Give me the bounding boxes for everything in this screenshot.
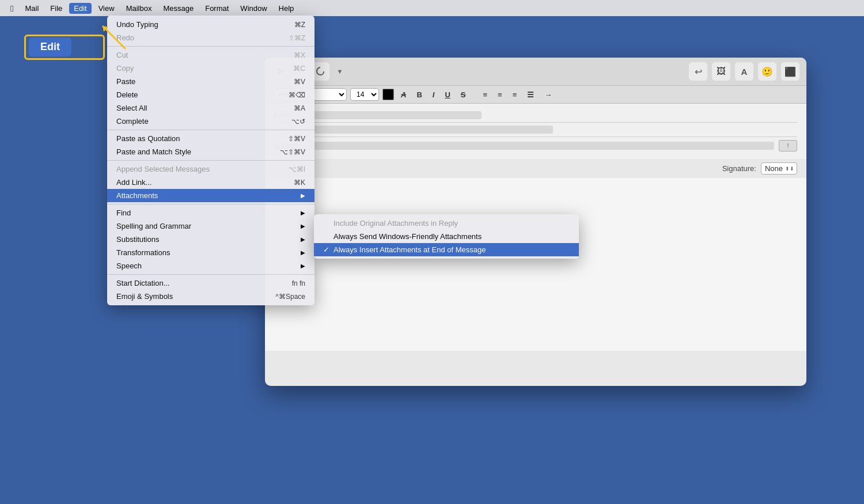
from-value[interactable]: [309, 111, 482, 119]
menu-redo[interactable]: Redo ⇧⌘Z: [107, 31, 314, 44]
signature-selector[interactable]: None ⬆⬇: [761, 162, 797, 175]
compose-toolbar: ▼ ▼ ↩ 🖼 A 🙂 ⬛: [265, 58, 806, 86]
emoji-button[interactable]: 🙂: [758, 62, 776, 81]
menu-delete[interactable]: Delete ⌘⌫: [107, 88, 314, 101]
submenu-include-original[interactable]: Include Original Attachments in Reply: [314, 217, 579, 230]
submenu-always-insert-end[interactable]: ✓ Always Insert Attachments at End of Me…: [314, 243, 579, 256]
menu-paste[interactable]: Paste ⌘V: [107, 75, 314, 88]
menubar:  Mail File Edit View Mailbox Message Fo…: [0, 0, 864, 16]
signature-row: Signature: None ⬆⬇: [265, 159, 806, 178]
strikethrough-button[interactable]: S: [457, 89, 469, 100]
edit-annotation-label: Edit: [29, 37, 71, 56]
format-bar: Arial 14 A B I U S ≡ ≡ ≡ ☰ →: [265, 86, 806, 104]
align-center-button[interactable]: ≡: [494, 89, 506, 100]
list-button[interactable]: ☰: [524, 89, 537, 100]
menubar-mailbox[interactable]: Mailbox: [122, 3, 157, 14]
attach-options-button[interactable]: ▼: [334, 62, 346, 81]
menubar-mail[interactable]: Mail: [20, 3, 43, 14]
subject-value[interactable]: [309, 142, 774, 150]
to-field-row: [274, 123, 797, 137]
menu-undo-typing[interactable]: Undo Typing ⌘Z: [107, 18, 314, 31]
signature-dropdown-icon: ⬆⬇: [785, 166, 794, 172]
color-picker[interactable]: [382, 89, 394, 100]
from-field-row: From:: [274, 108, 797, 123]
to-value[interactable]: [309, 126, 553, 134]
separator-3: [107, 160, 314, 161]
menu-paste-quotation[interactable]: Paste as Quotation ⇧⌘V: [107, 132, 314, 145]
menu-paste-match-style[interactable]: Paste and Match Style ⌥⇧⌘V: [107, 145, 314, 158]
reply-button[interactable]: ↩: [689, 62, 707, 81]
submenu-arrow-substitutions: ▶: [301, 236, 305, 242]
submenu-arrow-attachments: ▶: [301, 192, 305, 199]
subject-field-row: Subject: !: [274, 137, 797, 154]
menubar-edit[interactable]: Edit: [69, 3, 91, 14]
separator-5: [107, 274, 314, 275]
menu-complete[interactable]: Complete ⌥↺: [107, 115, 314, 128]
italic-button[interactable]: I: [429, 89, 438, 100]
menu-emoji-symbols[interactable]: Emoji & Symbols ^⌘Space: [107, 290, 314, 303]
menu-cut[interactable]: Cut ⌘X: [107, 48, 314, 62]
menubar-help[interactable]: Help: [274, 3, 299, 14]
menu-start-dictation[interactable]: Start Dictation... fn fn: [107, 276, 314, 290]
clear-format-button[interactable]: A: [397, 89, 410, 100]
menu-attachments[interactable]: Attachments ▶: [107, 189, 314, 202]
menu-copy[interactable]: Copy ⌘C: [107, 62, 314, 75]
menu-spelling-grammar[interactable]: Spelling and Grammar ▶: [107, 219, 314, 233]
size-selector[interactable]: 14: [350, 88, 379, 101]
align-right-button[interactable]: ≡: [509, 89, 521, 100]
signature-label: Signature:: [722, 164, 756, 173]
compose-fields: From: Subject: !: [265, 104, 806, 159]
submenu-arrow-find: ▶: [301, 210, 305, 216]
separator-2: [107, 130, 314, 130]
separator-1: [107, 46, 314, 47]
underline-button[interactable]: U: [441, 89, 453, 100]
menu-add-link[interactable]: Add Link... ⌘K: [107, 176, 314, 189]
separator-4: [107, 204, 314, 204]
edit-menu: Undo Typing ⌘Z Redo ⇧⌘Z Cut ⌘X Copy ⌘C P…: [107, 16, 314, 305]
submenu-arrow-speech: ▶: [301, 263, 305, 269]
apple-menu[interactable]: : [6, 3, 18, 13]
menubar-file[interactable]: File: [46, 3, 67, 14]
menubar-view[interactable]: View: [94, 3, 119, 14]
menu-find[interactable]: Find ▶: [107, 206, 314, 219]
submenu-windows-friendly[interactable]: Always Send Windows-Friendly Attachments: [314, 230, 579, 243]
format-button[interactable]: A: [735, 62, 753, 81]
menubar-format[interactable]: Format: [200, 3, 233, 14]
menu-select-all[interactable]: Select All ⌘A: [107, 101, 314, 115]
menu-transformations[interactable]: Transformations ▶: [107, 246, 314, 259]
attachments-submenu: Include Original Attachments in Reply Al…: [314, 214, 579, 259]
submenu-arrow-transformations: ▶: [301, 249, 305, 256]
bold-button[interactable]: B: [413, 89, 425, 100]
indent-button[interactable]: →: [541, 89, 555, 100]
menu-substitutions[interactable]: Substitutions ▶: [107, 233, 314, 246]
menubar-window[interactable]: Window: [236, 3, 271, 14]
menu-append-messages[interactable]: Append Selected Messages ⌥⌘I: [107, 162, 314, 176]
align-left-button[interactable]: ≡: [479, 89, 491, 100]
image-insert-button[interactable]: ⬛: [781, 62, 799, 81]
compose-body[interactable]: [265, 178, 806, 351]
menubar-message[interactable]: Message: [158, 3, 198, 14]
submenu-arrow-spelling: ▶: [301, 223, 305, 229]
photo-button[interactable]: 🖼: [712, 62, 730, 81]
menu-speech[interactable]: Speech ▶: [107, 259, 314, 272]
